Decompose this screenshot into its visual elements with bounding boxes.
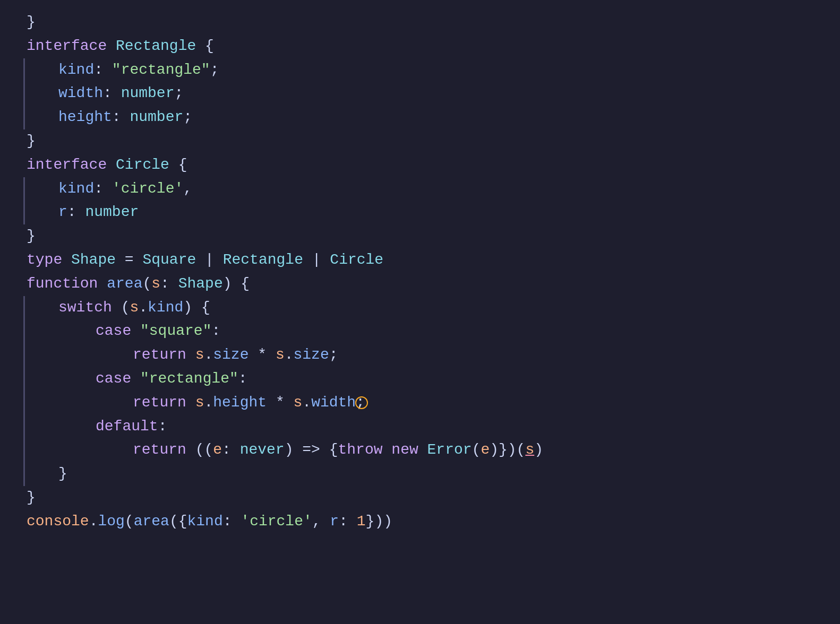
prop-r-inline: r [330,510,339,534]
indent-bar [23,106,25,129]
str-circle: 'circle' [112,177,183,201]
line-function-area: function area(s: Shape) { [0,272,840,296]
num-1: 1 [357,510,366,534]
prop-width: width [311,391,356,415]
var-s-underline: s [525,438,534,462]
colon: : [94,177,112,201]
keyword-case: case [96,319,140,343]
param-shape-type: Shape [178,272,223,296]
line-inner-close: } [0,462,840,486]
colon: : [211,319,220,343]
brace: } [27,11,36,34]
dot3: . [204,391,213,415]
keyword-case-2: case [96,367,140,391]
line-r: r: number [0,201,840,224]
code-editor: } interface Rectangle { kind: "rectangle… [0,5,840,539]
keyword-throw: throw [338,438,392,462]
prop-r: r [58,201,67,224]
line-return-throw: return ((e: never) => {throw new Error(e… [0,438,840,462]
type-rectangle-ref: Rectangle [223,248,303,272]
line-default: default: [0,415,840,439]
type-number: number [121,82,175,106]
pipe-2: | [303,248,330,272]
str-rectangle: "rectangle" [140,367,238,391]
prop-height: height [58,106,112,129]
colon-r: : [339,510,357,534]
method-log: log [98,510,124,534]
prop-kind-inline: kind [187,510,223,534]
colon: : [158,415,167,439]
indent-bar [23,367,25,391]
brace-open: { [205,34,214,58]
pipe-1: | [196,248,222,272]
line-switch: switch (s.kind) { [0,296,840,320]
line-interface-circle: interface Circle { [0,153,840,177]
semicolon: ; [174,82,183,106]
paren-open-1: (( [195,438,213,462]
paren-e-open: ( [472,438,481,462]
inner-brace-close: } [58,462,67,486]
str-square: "square" [140,319,211,343]
switch-prop: kind [148,296,183,320]
colon-inline: : [223,510,241,534]
keyword-new: new [391,438,427,462]
prop-height: height [213,391,267,415]
keyword-type: type [27,248,71,272]
keyword-default: default [96,415,158,439]
brace: } [27,129,36,153]
keyword-return-3: return [133,438,195,462]
colon: : [160,272,178,296]
brace-open: { [178,153,187,177]
line-kind-rectangle: kind: "rectangle"; [0,58,840,82]
fn-area: area [107,272,142,296]
str-circle-inline: 'circle' [241,510,312,534]
keyword-interface-2: interface [27,153,116,177]
var-s3: s [195,391,204,415]
type-number: number [130,106,183,129]
indent-bar [23,343,25,367]
line-console-log: console.log(area({kind: 'circle', r: 1})… [0,510,840,534]
var-s2: s [276,343,285,367]
paren-close-arrow: ) [285,438,303,462]
semicolon: ; [210,58,219,82]
line-closing-brace-2: } [0,224,840,248]
colon: : [67,201,85,224]
line-closing-brace-0: } [0,11,840,34]
prop-kind: kind [58,58,94,82]
type-rectangle: Rectangle [116,34,205,58]
indent-bar [23,177,25,201]
paren-area-close: })) [366,510,392,534]
equals: = [125,248,143,272]
paren-close-brace: ) { [183,296,210,320]
line-kind-circle: kind: 'circle', [0,177,840,201]
paren-close: ) { [223,272,250,296]
paren-area-open: ({ [169,510,187,534]
fn-area-call: area [134,510,169,534]
type-circle-ref: Circle [330,248,383,272]
paren-log-open: ( [125,510,134,534]
colon: : [112,106,130,129]
keyword-return-2: return [133,391,195,415]
type-square: Square [142,248,196,272]
keyword-function: function [27,272,107,296]
indent-bar [23,391,25,415]
console-obj: console [27,510,89,534]
dot2: . [285,343,294,367]
type-circle: Circle [116,153,178,177]
line-interface-rectangle: interface Rectangle { [0,34,840,58]
line-return-size: return s.size * s.size; [0,343,840,367]
semicolon: ; [183,106,192,129]
star1: * [248,343,275,367]
dot4: . [302,391,311,415]
line-type-shape: type Shape = Square | Rectangle | Circle [0,248,840,272]
class-error: Error [427,438,472,462]
semicolon-cursor: ; [356,394,365,411]
star2: * [267,391,293,415]
type-number-2: number [85,201,139,224]
dot1: . [204,343,213,367]
colon: : [94,58,112,82]
prop-size1: size [213,343,248,367]
param-e: e [213,438,222,462]
prop-size2: size [294,343,329,367]
brace: } [27,224,36,248]
